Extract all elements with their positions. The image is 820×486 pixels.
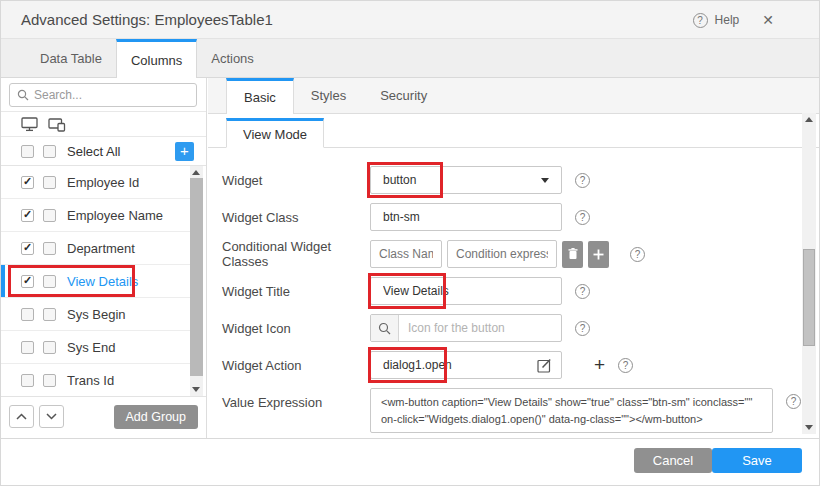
tab-data-table[interactable]: Data Table: [26, 39, 116, 77]
chevron-down-icon: [46, 413, 57, 420]
widget-help-icon[interactable]: ?: [575, 173, 590, 188]
class-name-input[interactable]: [370, 240, 442, 268]
widget-select-value: button: [383, 173, 416, 187]
widget-icon-input[interactable]: [399, 321, 562, 335]
advanced-settings-dialog: Advanced Settings: EmployeesTable1 ? Hel…: [0, 0, 820, 486]
tab-security[interactable]: Security: [363, 78, 444, 113]
select-all-label: Select All: [67, 144, 120, 159]
cancel-button[interactable]: Cancel: [634, 448, 712, 473]
plus-icon: [593, 249, 604, 260]
mobile-checkbox[interactable]: [43, 374, 56, 387]
widget-class-input[interactable]: [370, 203, 562, 231]
tab-view-mode[interactable]: View Mode: [226, 118, 324, 148]
checkbox[interactable]: [21, 242, 34, 255]
edit-icon[interactable]: [537, 358, 552, 373]
widget-class-row: Widget Class ?: [222, 203, 807, 231]
scroll-up-icon[interactable]: [805, 117, 813, 122]
add-condition-button[interactable]: [588, 241, 609, 268]
save-button[interactable]: Save: [712, 448, 802, 473]
mobile-checkbox[interactable]: [43, 275, 56, 288]
help-link[interactable]: Help: [715, 13, 740, 27]
list-item-employee-id[interactable]: Employee Id: [1, 166, 191, 199]
tab-actions[interactable]: Actions: [197, 39, 268, 77]
scroll-down-icon[interactable]: [192, 387, 200, 392]
move-down-button[interactable]: [39, 405, 64, 428]
widget-icon-row: Widget Icon ?: [222, 314, 807, 342]
checkbox[interactable]: [21, 209, 34, 222]
condition-expression-input[interactable]: [447, 240, 557, 268]
widget-icon-field[interactable]: [370, 314, 562, 342]
conditional-classes-help-icon[interactable]: ?: [630, 247, 645, 262]
tab-basic[interactable]: Basic: [226, 78, 294, 114]
icon-picker-button[interactable]: [371, 315, 399, 341]
value-expression-help-icon[interactable]: ?: [786, 394, 801, 409]
checkbox[interactable]: [21, 176, 34, 189]
tab-columns[interactable]: Columns: [116, 39, 197, 78]
select-all-checkbox[interactable]: [21, 145, 34, 158]
widget-action-label: Widget Action: [222, 358, 370, 373]
list-item-sys-end[interactable]: Sys End: [1, 331, 191, 364]
mobile-checkbox[interactable]: [43, 242, 56, 255]
trash-icon: [568, 248, 578, 260]
scrollbar-thumb[interactable]: [803, 249, 815, 346]
checkbox[interactable]: [21, 275, 34, 288]
widget-action-field[interactable]: dialog1.open: [370, 351, 562, 379]
device-toggle-row: [1, 112, 206, 137]
add-group-button[interactable]: Add Group: [114, 405, 198, 429]
sidebar-scrollbar[interactable]: [190, 166, 203, 396]
column-list: Employee Id Employee Name Department Vi: [1, 166, 191, 397]
column-settings-panel: Basic Styles Security View Mode Widget b…: [208, 78, 820, 438]
widget-icon-help-icon[interactable]: ?: [575, 321, 590, 336]
select-all-mobile-checkbox[interactable]: [43, 145, 56, 158]
mobile-checkbox[interactable]: [43, 176, 56, 189]
value-expression-input[interactable]: <wm-button caption="View Details" show="…: [370, 388, 773, 433]
list-item-trans-id[interactable]: Trans Id: [1, 364, 191, 397]
widget-action-row: Widget Action dialog1.open + ?: [222, 351, 807, 379]
delete-condition-button[interactable]: [562, 241, 583, 268]
scroll-up-icon[interactable]: [192, 170, 200, 175]
mobile-devices-icon[interactable]: [48, 117, 66, 132]
widget-action-help-icon[interactable]: ?: [618, 358, 633, 373]
search-icon: [17, 89, 29, 101]
panel-scrollbar[interactable]: [802, 113, 816, 434]
subtab-bar: View Mode: [208, 114, 820, 148]
search-box[interactable]: [9, 83, 197, 107]
main-tab-bar: Data Table Columns Actions: [1, 39, 819, 78]
column-label: Sys Begin: [67, 307, 126, 322]
list-item-employee-name[interactable]: Employee Name: [1, 199, 191, 232]
widget-select[interactable]: button: [370, 166, 562, 194]
panel-tab-bar: Basic Styles Security: [208, 78, 820, 114]
dialog-title: Advanced Settings: EmployeesTable1: [21, 11, 273, 28]
checkbox[interactable]: [21, 374, 34, 387]
widget-class-help-icon[interactable]: ?: [575, 210, 590, 225]
desktop-icon[interactable]: [21, 117, 38, 132]
search-input[interactable]: [34, 88, 174, 102]
list-item-view-details[interactable]: View Details: [1, 265, 191, 298]
widget-title-help-icon[interactable]: ?: [575, 284, 590, 299]
widget-title-label: Widget Title: [222, 284, 370, 299]
basic-settings-form: Widget button ? Widget Class: [222, 166, 807, 439]
help-icon[interactable]: ?: [693, 13, 708, 28]
checkbox[interactable]: [21, 341, 34, 354]
mobile-checkbox[interactable]: [43, 209, 56, 222]
caret-down-icon: [541, 178, 549, 183]
mobile-checkbox[interactable]: [43, 341, 56, 354]
tab-styles[interactable]: Styles: [294, 78, 363, 113]
widget-title-input[interactable]: [370, 277, 562, 305]
scroll-down-icon[interactable]: [805, 425, 813, 430]
add-action-button[interactable]: +: [594, 356, 605, 374]
mobile-checkbox[interactable]: [43, 308, 56, 321]
column-label: View Details: [67, 274, 138, 289]
close-icon[interactable]: ✕: [762, 12, 774, 28]
checkbox[interactable]: [21, 308, 34, 321]
move-up-button[interactable]: [9, 405, 34, 428]
list-item-department[interactable]: Department: [1, 232, 191, 265]
search-icon: [378, 322, 391, 335]
value-expression-label: Value Expression: [222, 388, 370, 410]
list-item-sys-begin[interactable]: Sys Begin: [1, 298, 191, 331]
add-column-button[interactable]: +: [175, 142, 194, 161]
column-label: Trans Id: [67, 373, 114, 388]
column-label: Employee Name: [67, 208, 163, 223]
widget-action-value: dialog1.open: [383, 358, 537, 372]
scrollbar-thumb[interactable]: [190, 178, 203, 376]
